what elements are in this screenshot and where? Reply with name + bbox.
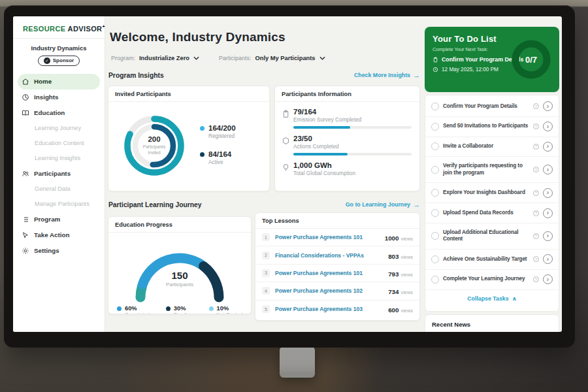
task-row[interactable]: Invite a Collaborator ? › (425, 137, 559, 157)
task-checkbox[interactable] (431, 142, 439, 150)
task-checkbox[interactable] (431, 255, 439, 263)
legend-pending: 30% Pending (166, 305, 193, 314)
lesson-row[interactable]: 3 Power Purchase Agreements 101 793views (255, 265, 419, 282)
chevron-right-icon[interactable]: › (543, 165, 553, 174)
task-row[interactable]: Achieve One Sustainability Target ? › (425, 250, 559, 270)
task-row[interactable]: Send 50 Invitations to Participants ? › (425, 117, 559, 137)
task-row[interactable]: Explore Your Insights Dashboard ? › (425, 183, 559, 203)
lesson-link[interactable]: Power Purchase Agreements 102 (275, 287, 388, 294)
sidebar-nav: Home Insights Education Learning Journey… (13, 74, 105, 259)
check-more-insights-link[interactable]: Check More Insights → (354, 71, 420, 79)
link-label: Go to Learning Journey (346, 201, 410, 208)
views-count: 793 (388, 270, 399, 278)
lesson-row[interactable]: 4 Power Purchase Agreements 102 734views (255, 282, 419, 300)
insights-icon (22, 93, 29, 101)
sidebar-item-take-action[interactable]: Take Action (13, 227, 105, 243)
views-suffix: views (401, 308, 413, 314)
sidebar-item-manage-participants[interactable]: Manage Participants (13, 197, 105, 212)
info-icon[interactable]: ? (533, 123, 539, 129)
task-checkbox[interactable] (431, 189, 439, 197)
lesson-link[interactable]: Power Purchase Agreements 101 (275, 270, 388, 276)
task-label: Upload Additional Educational Content (443, 229, 529, 243)
legend-value: 10% (217, 305, 242, 312)
chevron-right-icon[interactable]: › (543, 142, 553, 152)
info-icon[interactable]: ? (533, 233, 539, 239)
task-row[interactable]: Verify participants requesting to join t… (425, 157, 559, 183)
go-to-learning-journey-link[interactable]: Go to Learning Journey → (346, 201, 420, 208)
task-row[interactable]: Complete Your Learning Journey ? › (425, 270, 559, 290)
filter-value: Only My Participants (255, 55, 316, 61)
lesson-link[interactable]: Power Purchase Agreements 103 (275, 306, 388, 312)
chevron-right-icon[interactable]: › (543, 231, 553, 241)
section-title: Program Insights (108, 72, 164, 79)
info-icon[interactable]: ? (533, 256, 539, 262)
task-checkbox[interactable] (431, 166, 439, 174)
task-checkbox[interactable] (431, 209, 439, 217)
top-lessons-card: Top Lessons 1 Power Purchase Agreements … (255, 212, 420, 321)
info-icon[interactable]: ? (533, 190, 539, 196)
chevron-right-icon[interactable]: › (543, 188, 553, 198)
task-row[interactable]: Confirm Your Program Details ? › (425, 97, 559, 117)
card-title: Invited Participants (108, 86, 269, 102)
sidebar-item-learning-journey[interactable]: Learning Journey (13, 121, 105, 136)
chevron-down-icon (319, 56, 325, 60)
lesson-link[interactable]: Financial Considerations - VPPAs (275, 252, 388, 259)
chevron-right-icon[interactable]: › (543, 122, 553, 131)
link-label: Check More Insights (354, 72, 410, 78)
logo-plus: + (102, 24, 105, 29)
sidebar-item-education-content[interactable]: Education Content (13, 136, 105, 151)
task-checkbox[interactable] (431, 276, 439, 284)
info-icon[interactable]: ? (533, 167, 539, 172)
info-icon[interactable]: ? (533, 210, 539, 216)
task-checkbox[interactable] (431, 103, 439, 110)
sidebar-item-general-data[interactable]: General Data (13, 182, 105, 197)
sidebar-item-insights[interactable]: Insights (13, 90, 105, 105)
gauge-legend: 60% Completed 30% Pending 10% Not Starte… (108, 302, 251, 314)
sidebar-item-learning-insights[interactable]: Learning Insights (13, 151, 105, 166)
metric-label: Actions Completed (293, 143, 412, 150)
donut-legend: 164/200 Registered 84/164 Active (200, 107, 236, 182)
program-filter-dropdown[interactable]: Program: Industrialize Zero (111, 55, 199, 61)
info-icon[interactable]: ? (533, 276, 539, 282)
sidebar-item-participants[interactable]: Participants (13, 166, 105, 182)
chevron-right-icon[interactable]: › (543, 254, 553, 264)
filters-row: Program: Industrialize Zero Participants… (111, 55, 325, 61)
views-suffix: views (401, 254, 413, 260)
lesson-row[interactable]: 1 Power Purchase Agreements 101 1000view… (255, 229, 419, 246)
sidebar-item-label: Learning Insights (35, 155, 80, 161)
sidebar-item-education[interactable]: Education (13, 105, 105, 121)
sidebar-item-program[interactable]: Program (13, 212, 105, 227)
lesson-row[interactable]: 5 Power Purchase Agreements 103 600views (255, 301, 419, 318)
sidebar-item-label: Take Action (34, 231, 69, 238)
sponsor-badge[interactable]: ✓ Sponsor (38, 56, 80, 66)
metric-consumption: 1,000 GWh Total Global Consumption (275, 155, 419, 180)
chevron-right-icon[interactable]: › (543, 274, 553, 284)
info-icon[interactable]: ? (533, 144, 539, 150)
views-count: 734 (388, 288, 399, 295)
task-checkbox[interactable] (431, 232, 439, 240)
clock-icon (433, 67, 438, 73)
task-checkbox[interactable] (431, 123, 439, 131)
info-icon[interactable]: ? (533, 103, 539, 109)
lesson-row[interactable]: 2 Financial Considerations - VPPAs 803vi… (255, 246, 419, 264)
chevron-right-icon[interactable]: › (543, 101, 553, 111)
lesson-link[interactable]: Power Purchase Agreements 101 (275, 234, 385, 240)
progress-bar (293, 126, 412, 129)
filter-label: Program: (111, 55, 135, 61)
collapse-tasks-link[interactable]: Collapse Tasks ∧ (425, 290, 559, 307)
task-label: Complete Your Learning Journey (443, 276, 529, 283)
legend-completed: 60% Completed (117, 305, 150, 314)
sidebar-item-settings[interactable]: Settings (13, 243, 105, 259)
task-row[interactable]: Upload Spend Data Records ? › (425, 203, 559, 223)
arrow-right-icon: → (413, 71, 420, 79)
chevron-right-icon[interactable]: › (543, 208, 553, 218)
lightbulb-icon (282, 163, 290, 172)
participants-filter-dropdown[interactable]: Participants: Only My Participants (219, 55, 325, 61)
legend-dot (200, 152, 204, 157)
views-suffix: views (401, 289, 413, 295)
sidebar-item-home[interactable]: Home (18, 74, 100, 90)
education-progress-card: Education Progress 150 Participants 60% … (108, 216, 252, 314)
home-icon (22, 78, 29, 86)
recent-news-card: Recent News (425, 314, 559, 332)
task-row[interactable]: Upload Additional Educational Content ? … (425, 223, 559, 250)
